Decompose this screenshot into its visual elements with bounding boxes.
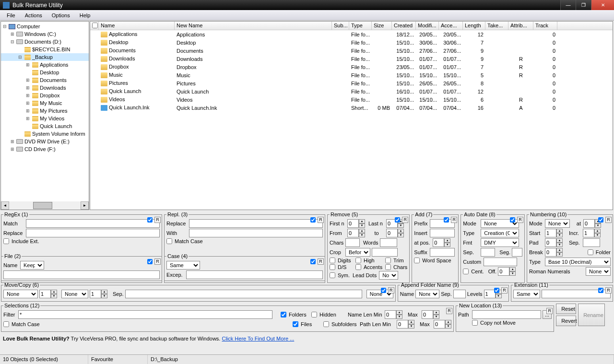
- select-all-checkbox[interactable]: [92, 23, 98, 28]
- file-name-input[interactable]: [3, 270, 160, 279]
- tree-item[interactable]: ⊞My Videos: [1, 115, 89, 122]
- remove-accents-checkbox[interactable]: [355, 264, 361, 270]
- remove-trim-checkbox[interactable]: [385, 258, 391, 263]
- tree-item[interactable]: ⊞Applications: [1, 61, 89, 69]
- sel-mc-checkbox[interactable]: [3, 321, 9, 327]
- scroll-right-icon[interactable]: ►: [81, 201, 89, 210]
- menu-actions[interactable]: Actions: [20, 11, 47, 20]
- remove-ds-checkbox[interactable]: [330, 264, 335, 270]
- move-select-1[interactable]: None: [3, 290, 38, 298]
- column-header[interactable]: Attrib...: [508, 22, 533, 30]
- menu-help[interactable]: Help: [75, 11, 95, 20]
- newloc-path-input[interactable]: [472, 310, 541, 319]
- tree-item[interactable]: Quick Launch: [1, 122, 89, 130]
- expand-icon[interactable]: ⊞: [25, 116, 30, 121]
- ext-reset-button[interactable]: R: [605, 287, 612, 294]
- newloc-reset-button[interactable]: R: [546, 308, 553, 314]
- tree-item[interactable]: ⊞DVD RW Drive (E:): [1, 138, 89, 145]
- numbering-enable-checkbox[interactable]: [598, 217, 603, 223]
- expand-icon[interactable]: ⊞: [25, 85, 30, 90]
- maximize-button[interactable]: ❐: [576, 0, 591, 10]
- file-enable-checkbox[interactable]: [147, 259, 153, 264]
- column-header[interactable]: Modifi...: [416, 22, 439, 30]
- remove-words-input[interactable]: [380, 238, 397, 247]
- autodate-type-select[interactable]: Creation (Cur: [481, 229, 519, 237]
- append-reset-button[interactable]: R: [501, 287, 508, 294]
- repl-replace-input[interactable]: [189, 219, 323, 228]
- add-insert-input[interactable]: [430, 229, 455, 237]
- tree-hscroll[interactable]: ◄ ►: [1, 201, 89, 210]
- append-sep-input[interactable]: [453, 290, 466, 298]
- case-reset-button[interactable]: R: [318, 258, 324, 265]
- sel-subf-checkbox[interactable]: [323, 321, 329, 327]
- remove-firstn-spinner[interactable]: ▲▼: [347, 219, 365, 228]
- ext-enable-checkbox[interactable]: [598, 288, 603, 293]
- file-row[interactable]: VideosVideosFile fo...15/10...15/10...15…: [90, 95, 613, 104]
- tree-item[interactable]: ⊟Documents (D:): [1, 38, 89, 46]
- remove-high-checkbox[interactable]: [355, 258, 361, 263]
- file-row[interactable]: ApplicationsApplicationsFile fo...18/12.…: [90, 30, 613, 38]
- sel-plmax-spinner[interactable]: ▲▼: [434, 320, 451, 329]
- move-spin-1[interactable]: ▲▼: [39, 290, 57, 298]
- sel-folders-checkbox[interactable]: [281, 312, 286, 317]
- close-button[interactable]: ✕: [591, 0, 614, 10]
- column-header[interactable]: Take...: [485, 22, 508, 30]
- repl-mc-checkbox[interactable]: [166, 238, 172, 244]
- tree-item[interactable]: ⊞Documents: [1, 76, 89, 84]
- tree-item[interactable]: ⊞Dropbox: [1, 92, 89, 99]
- move-sep-input[interactable]: [125, 290, 362, 298]
- tree-item[interactable]: ⊞My Music: [1, 99, 89, 107]
- autodate-sep-input[interactable]: [481, 248, 495, 257]
- tree-item[interactable]: ⊟_Backup: [1, 53, 89, 61]
- remove-crop-input[interactable]: [372, 248, 398, 257]
- tree-item[interactable]: $RECYCLE.BIN: [1, 46, 89, 53]
- numbering-sep-input[interactable]: [583, 238, 600, 247]
- tree-item[interactable]: ⊞My Pictures: [1, 107, 89, 115]
- move-reset-button[interactable]: R: [388, 287, 394, 294]
- numbering-start-spinner[interactable]: ▲▼: [545, 229, 563, 237]
- tree-item[interactable]: ⊟Computer: [1, 23, 89, 30]
- add-suffix-input[interactable]: [430, 248, 455, 257]
- column-header[interactable]: Created: [392, 22, 416, 30]
- numbering-reset-button[interactable]: R: [605, 217, 612, 223]
- expand-icon[interactable]: ⊟: [17, 55, 23, 59]
- remove-to-spinner[interactable]: ▲▼: [386, 229, 404, 237]
- repl-enable-checkbox[interactable]: [310, 217, 316, 223]
- regex-enable-checkbox[interactable]: [147, 217, 153, 223]
- sel-hidden-checkbox[interactable]: [311, 312, 317, 317]
- column-header[interactable]: Length: [463, 22, 485, 30]
- append-name-select[interactable]: None: [415, 290, 439, 298]
- remove-sym-checkbox[interactable]: [330, 272, 335, 278]
- checkbox-column[interactable]: [90, 22, 99, 30]
- autodate-reset-button[interactable]: R: [517, 217, 523, 223]
- tree-item[interactable]: System Volume Inform: [1, 130, 89, 138]
- expand-icon[interactable]: ⊞: [10, 139, 15, 144]
- autodate-off-spinner[interactable]: ▲▼: [498, 267, 516, 276]
- regex-match-input[interactable]: [26, 219, 160, 228]
- numbering-roman-select[interactable]: None: [586, 267, 611, 276]
- expand-icon[interactable]: ⊞: [10, 147, 15, 152]
- expand-icon[interactable]: ⊞: [25, 108, 30, 113]
- repl-reset-button[interactable]: R: [318, 217, 324, 223]
- regex-incext-checkbox[interactable]: [3, 238, 9, 244]
- file-reset-button[interactable]: R: [154, 258, 161, 265]
- file-name-select[interactable]: Keep: [20, 261, 44, 270]
- file-row[interactable]: Quick Launch.lnkQuick Launch.lnkShort...…: [90, 104, 613, 112]
- tree-item[interactable]: Desktop: [1, 69, 89, 76]
- ext-select[interactable]: Same: [513, 290, 540, 298]
- numbering-incr-spinner[interactable]: ▲▼: [583, 229, 601, 237]
- numbering-type-select[interactable]: Base 10 (Decimal): [545, 258, 611, 266]
- case-enable-checkbox[interactable]: [310, 259, 316, 264]
- tree-item[interactable]: ⊞Windows (C:): [1, 30, 89, 38]
- autodate-fmt-select[interactable]: DMY: [481, 238, 519, 247]
- column-header[interactable]: Name: [99, 22, 175, 30]
- case-excep-input[interactable]: [186, 270, 323, 279]
- scroll-left-icon[interactable]: ◄: [1, 201, 9, 210]
- move-select-2[interactable]: None: [61, 290, 88, 298]
- regex-replace-input[interactable]: [26, 229, 160, 237]
- sel-plm-spinner[interactable]: ▲▼: [397, 320, 414, 329]
- autodate-cent-checkbox[interactable]: [463, 269, 469, 274]
- move-enable-checkbox[interactable]: [381, 288, 386, 293]
- remove-chars-input[interactable]: [345, 238, 360, 247]
- autodate-enable-checkbox[interactable]: [510, 217, 515, 223]
